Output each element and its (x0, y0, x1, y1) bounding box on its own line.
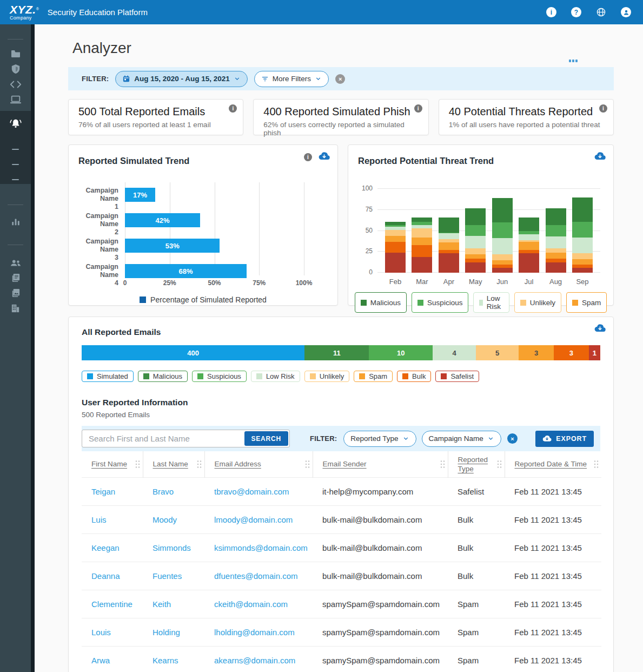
first-name-cell[interactable]: Luis (82, 505, 143, 533)
date-range-filter[interactable]: Aug 15, 2020 - Aug 15, 2021 (115, 71, 248, 87)
sidebar-item-analytics[interactable] (0, 215, 31, 228)
stacked-bar-may[interactable]: May (465, 189, 486, 273)
bar-campaign-name-1[interactable]: 17% (125, 188, 155, 202)
column-header-reported-date-time[interactable]: Reported Date & Time (505, 451, 601, 477)
campaign-name-filter[interactable]: Campaign Name (422, 431, 501, 447)
sidebar-item-laptop[interactable] (0, 93, 31, 106)
collapsed-widget-icon[interactable] (569, 60, 578, 62)
email-address-cell[interactable]: tbravo@domain.com (204, 477, 313, 505)
first-name-cell[interactable]: Clementine (82, 590, 143, 618)
email-address-cell[interactable]: dfuentes@domain.com (204, 562, 313, 590)
cloud-download-icon[interactable] (594, 151, 606, 163)
sidebar-item-code[interactable] (0, 78, 31, 91)
more-filters-button[interactable]: More Filters (254, 71, 329, 87)
column-drag-handle[interactable] (593, 459, 599, 469)
bar-segment-suspicious[interactable]: 10 (369, 345, 433, 360)
last-name-cell[interactable]: Keith (143, 590, 204, 618)
column-header-last-name[interactable]: Last Name (143, 451, 204, 477)
sidebar-item-documents[interactable] (0, 271, 31, 284)
column-drag-handle[interactable] (196, 459, 202, 469)
legend-chip-low-risk[interactable]: Low Risk (473, 292, 509, 313)
email-address-cell[interactable]: lholding@domain.com (204, 618, 313, 646)
sidebar-item-folder[interactable] (0, 48, 31, 61)
legend-chip-unlikely[interactable]: Unlikely (304, 371, 350, 382)
bar-campaign-name-2[interactable]: 42% (125, 213, 200, 227)
user-icon[interactable] (621, 7, 631, 17)
first-name-cell[interactable]: Arwa (82, 646, 143, 672)
legend-chip-low-risk[interactable]: Low Risk (251, 371, 300, 382)
help-icon[interactable]: ? (571, 7, 581, 17)
legend-chip-unlikely[interactable]: Unlikely (514, 292, 561, 313)
stacked-bar-jul[interactable]: Jul (519, 189, 539, 273)
column-header-reported-type[interactable]: Reported Type (448, 451, 505, 477)
last-name-cell[interactable]: Holding (143, 618, 204, 646)
legend-chip-spam[interactable]: Spam (354, 371, 393, 382)
email-address-cell[interactable]: ksimmonds@domain.com (204, 533, 313, 562)
stacked-bar-aug[interactable]: Aug (546, 189, 566, 273)
column-drag-handle[interactable] (135, 459, 141, 469)
first-name-cell[interactable]: Keegan (82, 533, 143, 562)
bar-segment-simulated[interactable]: 400 (82, 345, 304, 360)
info-icon[interactable]: i (599, 104, 607, 113)
legend-chip-safelist[interactable]: Safelist (435, 371, 479, 382)
last-name-cell[interactable]: Moody (143, 505, 204, 533)
first-name-cell[interactable]: Teigan (82, 477, 143, 505)
last-name-cell[interactable]: Kearns (143, 646, 204, 672)
first-name-cell[interactable]: Louis (82, 618, 143, 646)
bar-segment-spam[interactable]: 3 (519, 345, 553, 360)
legend-chip-malicious[interactable]: Malicious (138, 371, 188, 382)
reported-type-filter[interactable]: Reported Type (343, 431, 416, 447)
cloud-download-icon[interactable] (319, 151, 330, 163)
legend-chip-malicious[interactable]: Malicious (355, 292, 407, 313)
sidebar-item-sub-1[interactable] (0, 143, 31, 156)
sidebar-item-images[interactable] (0, 286, 31, 299)
sidebar-item-sub-2[interactable] (0, 158, 31, 171)
sidebar-item-sub-3[interactable] (0, 173, 31, 186)
bar-segment-bulk[interactable]: 3 (554, 345, 589, 360)
sidebar-item-shield[interactable] (0, 63, 31, 76)
bar-segment-unlikely[interactable]: 5 (476, 345, 519, 360)
clear-table-filters-button[interactable]: × (507, 433, 518, 444)
info-icon[interactable]: i (229, 104, 237, 113)
bar-segment-safelist[interactable]: 1 (589, 345, 600, 360)
stacked-bar-mar[interactable]: Mar (412, 189, 432, 273)
last-name-cell[interactable]: Fuentes (143, 562, 204, 590)
company-logo[interactable]: XYZ.® Company (10, 4, 39, 21)
last-name-cell[interactable]: Bravo (143, 477, 204, 505)
legend-chip-simulated[interactable]: Simulated (82, 371, 134, 382)
stacked-bar-sep[interactable]: Sep (572, 189, 593, 273)
export-button[interactable]: EXPORT (535, 431, 594, 447)
sidebar-item-bell-active[interactable] (0, 117, 31, 130)
column-header-first-name[interactable]: First Name (82, 451, 143, 477)
cloud-download-icon[interactable] (594, 324, 606, 335)
bar-segment-low-risk[interactable]: 4 (433, 345, 476, 360)
clear-filters-button[interactable]: × (335, 74, 345, 84)
bar-campaign-name-4[interactable]: 68% (125, 264, 247, 278)
info-icon[interactable]: i (546, 7, 556, 17)
legend-chip-suspicious[interactable]: Suspicious (192, 371, 247, 382)
legend-chip-suspicious[interactable]: Suspicious (412, 292, 468, 313)
last-name-cell[interactable]: Simmonds (143, 533, 204, 562)
column-header-email-address[interactable]: Email Address (204, 451, 313, 477)
globe-icon[interactable] (596, 7, 606, 17)
column-drag-handle[interactable] (496, 459, 502, 469)
stacked-bar-feb[interactable]: Feb (385, 189, 406, 273)
info-icon[interactable]: i (304, 153, 312, 161)
stacked-bar-apr[interactable]: Apr (439, 189, 459, 273)
bar-segment-malicious[interactable]: 11 (304, 345, 369, 360)
first-name-cell[interactable]: Deanna (82, 562, 143, 590)
column-drag-handle[interactable] (440, 459, 446, 469)
email-address-cell[interactable]: ckeith@domain.com (204, 590, 313, 618)
column-drag-handle[interactable] (304, 459, 310, 469)
stacked-bar-jun[interactable]: Jun (492, 189, 513, 273)
email-address-cell[interactable]: akearns@domain.com (204, 646, 313, 672)
info-icon[interactable]: i (414, 104, 422, 113)
search-button[interactable]: SEARCH (244, 431, 288, 446)
sidebar-item-users[interactable] (0, 256, 31, 269)
column-header-email-sender[interactable]: Email Sender (313, 451, 448, 477)
legend-chip-spam[interactable]: Spam (566, 292, 607, 313)
sidebar-item-building[interactable] (0, 301, 31, 314)
bar-campaign-name-3[interactable]: 53% (125, 239, 220, 253)
legend-chip-bulk[interactable]: Bulk (397, 371, 431, 382)
email-address-cell[interactable]: lmoody@domain.com (204, 505, 313, 533)
